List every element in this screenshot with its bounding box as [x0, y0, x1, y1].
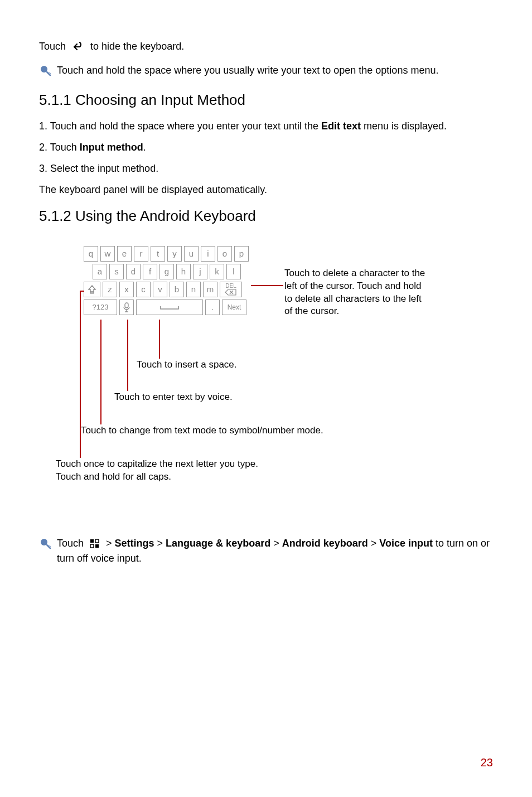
annot-line — [81, 291, 84, 292]
svg-rect-1 — [90, 292, 94, 293]
key-q: q — [84, 246, 98, 262]
key-d: d — [126, 264, 141, 279]
tip-note: Touch and hold the space where you usual… — [39, 63, 493, 78]
tip-text: Touch > Settings > Language & keyboard >… — [57, 536, 493, 566]
annot-line — [127, 320, 128, 391]
key-l: l — [226, 264, 241, 279]
page-number: 23 — [481, 756, 493, 769]
key-row-2: a s d f g h j k l — [84, 264, 249, 279]
tip-icon — [39, 65, 51, 77]
heading-511: 5.1.1 Choosing an Input Method — [39, 91, 493, 109]
key-a: a — [93, 264, 107, 279]
callout-voice: Touch to enter text by voice. — [114, 391, 233, 404]
annot-line — [100, 320, 101, 424]
para-hide-keyboard: Touch to hide the keyboard. — [39, 39, 493, 54]
svg-rect-4 — [90, 539, 94, 543]
heading-512: 5.1.2 Using the Android Keyboard — [39, 207, 493, 225]
apps-grid-icon — [90, 539, 100, 549]
text: to hide the keyboard. — [90, 41, 184, 52]
key-k: k — [210, 264, 224, 279]
key-z: z — [103, 282, 117, 297]
key-space — [136, 300, 203, 315]
key-g: g — [159, 264, 174, 279]
key-x: x — [119, 282, 134, 297]
step-3: 3. Select the input method. — [39, 161, 493, 177]
back-icon — [72, 42, 84, 52]
text: Touch — [39, 41, 69, 52]
annot-line — [159, 320, 160, 359]
svg-rect-7 — [95, 544, 99, 548]
tip-icon — [39, 538, 51, 550]
key-row-1: q w e r t y u i o p — [84, 246, 249, 262]
key-row-4: ?123 . Next — [84, 300, 249, 315]
key-b: b — [170, 282, 184, 297]
key-u: u — [184, 246, 199, 262]
key-i: i — [201, 246, 215, 262]
svg-rect-2 — [125, 303, 128, 308]
key-v: v — [153, 282, 167, 297]
key-voice — [119, 300, 134, 315]
key-s: s — [109, 264, 124, 279]
key-m: m — [203, 282, 217, 297]
key-next: Next — [222, 300, 246, 315]
key-p: p — [234, 246, 249, 262]
callout-delete: Touch to delete a character to the left … — [284, 267, 429, 318]
key-w: w — [100, 246, 115, 262]
key-h: h — [176, 264, 191, 279]
annot-line — [251, 285, 283, 286]
para-auto-display: The keyboard panel will be displayed aut… — [39, 182, 493, 197]
callout-caps: Touch once to capitalize the next letter… — [56, 458, 258, 484]
key-o: o — [217, 246, 232, 262]
key-dot: . — [205, 300, 220, 315]
key-mode: ?123 — [84, 300, 117, 315]
tip-text: Touch and hold the space where you usual… — [57, 63, 438, 78]
key-n: n — [186, 282, 201, 297]
tip-voice-input: Touch > Settings > Language & keyboard >… — [39, 536, 493, 566]
key-f: f — [143, 264, 157, 279]
key-r: r — [134, 246, 148, 262]
key-c: c — [136, 282, 151, 297]
callout-space: Touch to insert a space. — [137, 359, 237, 371]
key-e: e — [117, 246, 132, 262]
key-y: y — [167, 246, 182, 262]
key-t: t — [151, 246, 165, 262]
callout-mode: Touch to change from text mode to symbol… — [81, 424, 323, 437]
svg-rect-6 — [90, 544, 94, 548]
svg-rect-5 — [95, 539, 99, 543]
step-1: 1. Touch and hold the space where you en… — [39, 119, 493, 134]
onscreen-keyboard: q w e r t y u i o p a s d f g h j k l z — [84, 246, 249, 317]
key-j: j — [193, 264, 207, 279]
key-delete: DEL — [220, 282, 242, 297]
key-shift — [84, 282, 100, 297]
keyboard-diagram: q w e r t y u i o p a s d f g h j k l z — [39, 235, 496, 536]
key-row-3: z x c v b n m DEL — [84, 282, 249, 297]
step-2: 2. Touch Input method. — [39, 140, 493, 156]
annot-line — [80, 291, 81, 458]
